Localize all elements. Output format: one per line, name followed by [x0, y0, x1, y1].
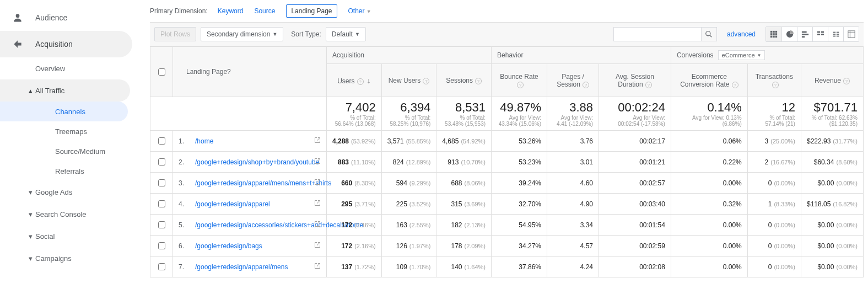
cell-sessions: 178(2.09%)	[436, 236, 492, 257]
col-new-users[interactable]: New Users?	[381, 64, 436, 97]
table-row: 3. /google+redesign/apparel/mens/mens+t+…	[150, 173, 864, 194]
cell-sessions: 315(3.69%)	[436, 194, 492, 215]
advanced-link[interactable]: advanced	[727, 30, 756, 38]
svg-rect-29	[848, 31, 854, 38]
cell-sessions: 140(1.64%)	[436, 257, 492, 277]
col-sessions[interactable]: Sessions?	[436, 64, 492, 97]
dim-source[interactable]: Source	[254, 7, 275, 15]
col-rev[interactable]: Revenue?	[801, 64, 863, 97]
cell-ecr: 0.32%	[671, 194, 747, 215]
nav-referrals-label: Referrals	[55, 167, 84, 175]
row-checkbox[interactable]	[158, 137, 165, 145]
conversions-dropdown[interactable]: eCommerce ▼	[718, 50, 765, 60]
nav-google-ads[interactable]: ▾ Google Ads	[0, 181, 141, 203]
nav-overview[interactable]: Overview	[0, 57, 141, 79]
search-button[interactable]	[702, 27, 717, 41]
view-pivot-button[interactable]	[843, 27, 859, 41]
help-icon[interactable]: ?	[517, 82, 524, 88]
open-external-icon[interactable]	[314, 158, 321, 166]
open-external-icon[interactable]	[314, 263, 321, 271]
svg-rect-12	[775, 33, 778, 35]
help-icon[interactable]: ?	[843, 78, 850, 84]
view-cloud-button[interactable]	[828, 27, 843, 41]
nav-channels[interactable]: Channels	[0, 102, 128, 121]
svg-rect-25	[833, 34, 835, 35]
open-external-icon[interactable]	[314, 137, 321, 145]
cell-new-users: 126(1.97%)	[381, 236, 436, 257]
col-trans[interactable]: Transactions?	[747, 64, 801, 97]
nav-all-traffic[interactable]: ▴ All Traffic	[0, 79, 130, 102]
col-asd[interactable]: Avg. Session Duration?	[599, 64, 671, 97]
nav-search-console[interactable]: ▾ Search Console	[0, 203, 141, 225]
secondary-dimension-button[interactable]: Secondary dimension ▼	[201, 27, 283, 41]
col-bounce[interactable]: Bounce Rate?	[492, 64, 547, 97]
svg-rect-28	[836, 36, 838, 37]
landing-page-link[interactable]: /google+redesign/bags	[195, 242, 262, 250]
dim-keyword[interactable]: Keyword	[218, 7, 244, 15]
row-index: 3.	[173, 173, 190, 194]
dim-other[interactable]: Other ▼	[348, 7, 371, 15]
nav-treemaps[interactable]: Treemaps	[0, 121, 141, 141]
row-checkbox[interactable]	[158, 242, 165, 249]
nav-audience[interactable]: Audience	[0, 4, 141, 31]
row-checkbox[interactable]	[158, 179, 165, 186]
nav-acquisition[interactable]: Acquisition	[0, 31, 132, 57]
landing-page-link[interactable]: /google+redesign/apparel/mens	[195, 263, 288, 271]
nav-campaigns[interactable]: ▾ Campaigns	[0, 247, 141, 269]
svg-rect-22	[821, 34, 823, 35]
nav-behavior[interactable]: Behavior	[0, 275, 141, 283]
landing-page-link[interactable]: /google+redesign/apparel/mens/mens+t+shi…	[195, 179, 311, 187]
help-icon[interactable]: ?	[227, 68, 231, 76]
sort-type-label: Sort Type:	[291, 30, 321, 38]
nav-source-medium[interactable]: Source/Medium	[0, 141, 141, 161]
caret-up-icon: ▴	[25, 87, 35, 95]
open-external-icon[interactable]	[314, 179, 321, 187]
row-checkbox[interactable]	[158, 263, 165, 270]
dim-landing-page[interactable]: Landing Page	[286, 4, 337, 18]
table-row: 5. /google+redesign/accessories/stickers…	[150, 215, 864, 236]
svg-rect-18	[801, 36, 804, 38]
table-row: 4. /google+redesign/apparel 295(3.71%) 2…	[150, 194, 864, 215]
summary-row: 7,402% of Total:56.64% (13,068) 6,394% o…	[150, 97, 864, 131]
svg-rect-27	[833, 36, 835, 37]
view-comparison-button[interactable]	[812, 27, 828, 41]
help-icon[interactable]: ?	[357, 78, 364, 85]
table-row: 7. /google+redesign/apparel/mens 137(1.7…	[150, 257, 864, 277]
nav-referrals[interactable]: Referrals	[0, 161, 141, 181]
sort-type-button[interactable]: Default ▼	[326, 27, 366, 41]
help-icon[interactable]: ?	[583, 82, 589, 88]
help-icon[interactable]: ?	[732, 82, 738, 88]
view-table-button[interactable]	[766, 27, 781, 41]
landing-page-link[interactable]: /google+redesign/shop+by+brand/youtube	[195, 158, 311, 166]
cell-rev: $118.05(16.82%)	[801, 194, 863, 215]
landing-page-link[interactable]: /google+redesign/accessories/stickers+an…	[195, 221, 311, 229]
col-ecr[interactable]: Ecommerce Conversion Rate?	[671, 64, 747, 97]
select-all-checkbox[interactable]	[158, 68, 165, 76]
search-input[interactable]	[613, 27, 702, 41]
open-external-icon[interactable]	[314, 200, 321, 208]
landing-page-link[interactable]: /google+redesign/apparel	[195, 200, 270, 208]
col-users[interactable]: Users?↓	[327, 64, 382, 97]
svg-rect-17	[801, 34, 808, 35]
cell-trans: 3(25.00%)	[747, 131, 801, 152]
open-external-icon[interactable]	[314, 221, 321, 229]
help-icon[interactable]: ?	[645, 82, 652, 88]
caret-down-icon: ▾	[25, 232, 35, 241]
row-checkbox[interactable]	[158, 221, 165, 228]
help-icon[interactable]: ?	[772, 82, 779, 88]
row-checkbox[interactable]	[158, 200, 165, 207]
col-pps[interactable]: Pages / Session?	[547, 64, 599, 97]
open-external-icon[interactable]	[314, 242, 321, 250]
row-checkbox[interactable]	[158, 158, 165, 165]
view-bar-button[interactable]	[797, 27, 812, 41]
help-icon[interactable]: ?	[423, 78, 429, 84]
svg-point-0	[16, 14, 20, 18]
landing-page-link[interactable]: /home	[195, 137, 213, 145]
cell-rev: $60.34(8.60%)	[801, 152, 863, 173]
help-icon[interactable]: ?	[475, 78, 482, 84]
nav-channels-label: Channels	[55, 108, 85, 116]
view-pie-button[interactable]	[781, 27, 797, 41]
nav-social[interactable]: ▾ Social	[0, 225, 141, 247]
nav-campaigns-label: Campaigns	[35, 254, 72, 263]
landing-page-header[interactable]: Landing Page?	[173, 47, 327, 97]
